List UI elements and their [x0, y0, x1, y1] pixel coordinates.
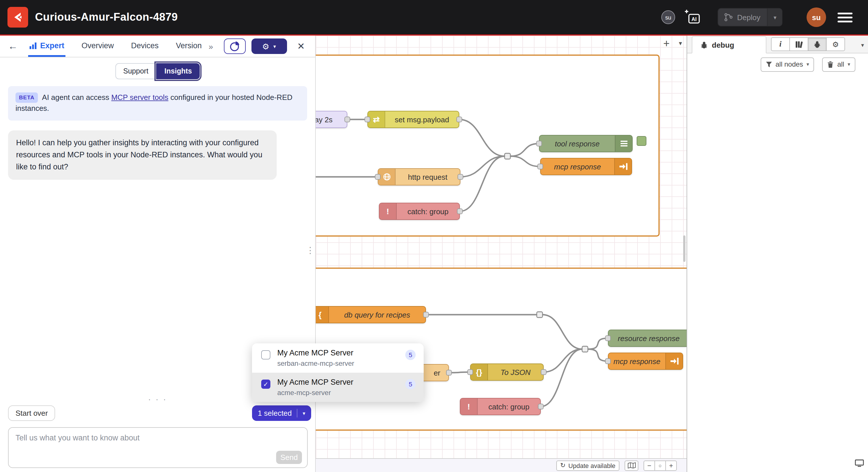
- filter-nodes-dropdown[interactable]: all nodes ▾: [761, 57, 814, 71]
- mini-user-badge[interactable]: su: [661, 0, 675, 34]
- tab-devices[interactable]: Devices: [130, 36, 160, 57]
- device-monitor-icon[interactable]: [855, 459, 864, 469]
- list-icon: [615, 136, 632, 152]
- node-input-port[interactable]: [467, 369, 473, 375]
- tab-overflow-chevron[interactable]: »: [209, 41, 213, 51]
- flow-node-resource-response[interactable]: resource response: [608, 330, 687, 347]
- funnel-icon: [766, 61, 772, 67]
- flow-node-to-json[interactable]: {}To JSON: [470, 363, 544, 381]
- node-input-port[interactable]: [537, 164, 543, 169]
- deploy-icon: [724, 12, 733, 22]
- node-label: To JSON: [488, 368, 543, 376]
- sidebar-collapse-caret[interactable]: ▾: [861, 42, 864, 48]
- flow-canvas[interactable]: delay 2s⇄set msg.payloadhttp request!cat…: [316, 36, 687, 472]
- app-header: Curious-Amur-Falcon-4879 su AI Deploy ▾ …: [0, 0, 868, 34]
- flow-node-mcp-response-2[interactable]: mcp response: [608, 353, 683, 370]
- node-output-port[interactable]: [446, 370, 452, 376]
- info-sidebar-button[interactable]: i: [771, 37, 790, 51]
- deploy-options-caret[interactable]: ▾: [767, 9, 782, 26]
- support-mode-button[interactable]: Support: [115, 63, 156, 79]
- server-row[interactable]: ✓ My Acme MCP Server serban-acme-mcp-ser…: [252, 343, 424, 373]
- books-icon: [795, 40, 803, 48]
- update-available-button[interactable]: ↻ Update available: [556, 460, 619, 471]
- node-label: catch: group: [397, 207, 459, 216]
- assistant-greeting-message: Hello! I can help you gather insights by…: [8, 130, 277, 180]
- server-checkbox[interactable]: ✓: [261, 350, 270, 359]
- close-panel-button[interactable]: ✕: [293, 40, 308, 52]
- node-input-port[interactable]: [375, 174, 381, 180]
- tab-version[interactable]: Version: [175, 36, 203, 57]
- flow-node-tool-response[interactable]: tool response: [539, 135, 632, 152]
- flow-node-mcp-response-1[interactable]: mcp response: [540, 158, 632, 175]
- usage-pie-button[interactable]: [224, 38, 245, 54]
- flow-node-set-payload[interactable]: ⇄set msg.payload: [367, 111, 459, 128]
- mcp-server-tools-link[interactable]: MCP server tools: [112, 93, 168, 101]
- zoom-in-button[interactable]: +: [665, 460, 677, 471]
- instance-title: Curious-Amur-Falcon-4879: [35, 11, 178, 24]
- flow-node-http-request[interactable]: http request: [378, 168, 460, 185]
- tab-debug[interactable]: debug: [692, 36, 766, 53]
- panel-resize-handle[interactable]: ⋮: [306, 246, 315, 255]
- assistant-panel: ← Expert Overview Devices Version » ⚙ ▾ …: [0, 36, 316, 472]
- insights-mode-button[interactable]: Insights: [156, 63, 200, 79]
- user-avatar[interactable]: su: [807, 0, 826, 34]
- open_brace-icon: {: [316, 306, 329, 323]
- zoom-controls: − ○ +: [644, 460, 677, 471]
- clear-messages-dropdown[interactable]: all ▾: [823, 57, 856, 71]
- zoom-out-button[interactable]: −: [644, 460, 655, 471]
- node-label: db query for recipes: [329, 311, 425, 319]
- back-button[interactable]: ←: [8, 40, 18, 52]
- node-output-port[interactable]: [344, 117, 350, 122]
- node-input-port[interactable]: [365, 117, 370, 122]
- chat-input[interactable]: [9, 428, 307, 467]
- node-output-port[interactable]: [538, 404, 544, 409]
- node-output-port[interactable]: [541, 369, 547, 375]
- server-checkbox[interactable]: ✓: [261, 380, 270, 389]
- node-input-port[interactable]: [536, 141, 542, 146]
- server-title: My Acme MCP Server: [277, 378, 405, 386]
- debug-tab-label: debug: [712, 40, 734, 49]
- debug-toggle-button[interactable]: [637, 136, 646, 146]
- node-label: http request: [396, 173, 460, 181]
- selected-servers-dropdown[interactable]: 1 selected ▾: [252, 405, 311, 421]
- node-output-port[interactable]: [457, 208, 463, 214]
- canvas-scrollbar[interactable]: [683, 235, 685, 262]
- node-label: tool response: [539, 139, 615, 148]
- flow-node-delay[interactable]: delay 2s: [316, 111, 347, 128]
- panel-tab-bar: ← Expert Overview Devices Version » ⚙ ▾ …: [0, 36, 315, 57]
- flow-list-caret[interactable]: ▾: [679, 40, 682, 47]
- node-label: delay 2s: [316, 115, 347, 124]
- app-root: Curious-Amur-Falcon-4879 su AI Deploy ▾ …: [0, 0, 868, 472]
- node-output-port[interactable]: [423, 312, 429, 318]
- config-sidebar-button[interactable]: ⚙: [826, 37, 845, 51]
- start-over-button[interactable]: Start over: [8, 405, 55, 421]
- zoom-reset-button[interactable]: ○: [654, 460, 666, 471]
- help-sidebar-button[interactable]: [789, 37, 808, 51]
- tab-overview[interactable]: Overview: [81, 36, 115, 57]
- main-menu-button[interactable]: [838, 0, 852, 34]
- chat-input-container: Send: [8, 427, 308, 468]
- node-input-port[interactable]: [605, 335, 611, 341]
- flow-node-db-query[interactable]: {db query for recipes: [316, 306, 426, 323]
- shuffle-icon: ⇄: [368, 111, 385, 127]
- assistant-settings-button[interactable]: ⚙ ▾: [251, 38, 287, 54]
- flowfuse-logo-icon[interactable]: [7, 7, 28, 28]
- ai-assistant-icon[interactable]: AI: [684, 0, 702, 34]
- flow-node-catch-group-1[interactable]: !catch: group: [379, 203, 460, 220]
- server-row[interactable]: ✓ My Acme MCP Server acme-mcp-server 5: [252, 373, 424, 402]
- braces-icon: {}: [471, 364, 488, 380]
- avatar-initials: su: [807, 7, 826, 27]
- logo-chevron-icon: [11, 11, 24, 24]
- exclamation-icon: !: [379, 203, 397, 219]
- send-button[interactable]: Send: [276, 451, 302, 464]
- flow-node-catch-group-2[interactable]: !catch: group: [460, 398, 541, 415]
- add-flow-button[interactable]: +: [663, 38, 670, 49]
- node-input-port[interactable]: [605, 358, 611, 364]
- deploy-button[interactable]: Deploy ▾: [718, 8, 783, 26]
- debug-sidebar-button[interactable]: [808, 37, 827, 51]
- tab-expert[interactable]: Expert: [28, 36, 65, 57]
- workspace: delay 2s⇄set msg.payloadhttp request!cat…: [0, 36, 868, 472]
- node-output-port[interactable]: [456, 117, 462, 122]
- node-output-port[interactable]: [458, 174, 463, 180]
- navigator-map-button[interactable]: [625, 460, 639, 471]
